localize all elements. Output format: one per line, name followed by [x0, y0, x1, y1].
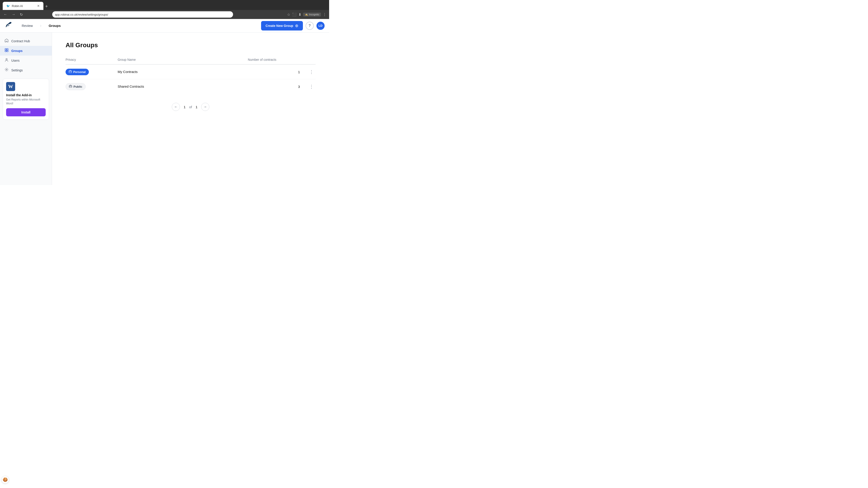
row-2-count: 3 [248, 79, 300, 94]
svg-rect-0 [5, 48, 6, 50]
install-card-title: Install the Add-in [6, 93, 46, 97]
privacy-badge-personal: Personal [66, 69, 89, 75]
new-tab-button[interactable]: + [43, 3, 50, 10]
svg-point-4 [6, 59, 7, 60]
row-2-actions[interactable]: ⋮ [300, 79, 315, 94]
back-button[interactable]: ← [3, 11, 8, 18]
header-privacy: Privacy [66, 56, 118, 64]
row-1-actions[interactable]: ⋮ [300, 64, 315, 79]
public-label: Public [73, 85, 82, 88]
install-button[interactable]: Install [6, 108, 46, 116]
forward-button[interactable]: → [11, 11, 16, 18]
sidebar-item-contract-hub[interactable]: Contract Hub [0, 36, 52, 46]
url-text: app.robinai.co.uk/review/settings/groups… [55, 13, 108, 16]
install-card: W Install the Add-in Get Reports within … [3, 78, 49, 120]
sidebar-label-groups: Groups [11, 49, 23, 53]
incognito-label: Incognito [309, 13, 319, 16]
groups-icon [4, 48, 8, 53]
top-nav: Review › Groups Create New Group ⊕ ? LD [0, 19, 329, 33]
help-icon: ? [309, 24, 311, 28]
url-bar[interactable]: app.robinai.co.uk/review/settings/groups… [52, 11, 233, 18]
address-bar: ← → ↻ app.robinai.co.uk/review/settings/… [0, 10, 329, 19]
download-icon[interactable]: ⬇ [298, 12, 301, 17]
help-button[interactable]: ? [306, 22, 314, 30]
install-card-description: Get Reports within Microsoft Word! [6, 98, 46, 105]
row-1-more-button[interactable]: ⋮ [307, 68, 315, 75]
tab-favicon: 🐦 [6, 4, 10, 8]
public-icon [69, 85, 72, 89]
svg-rect-3 [7, 51, 8, 52]
browser-chrome: 🐦 Robin AI ✕ + [0, 0, 329, 10]
svg-rect-1 [7, 48, 8, 50]
tab-label: Robin AI [12, 4, 23, 8]
groups-table: Privacy Group Name Number of contracts [66, 56, 315, 94]
refresh-button[interactable]: ↻ [19, 11, 24, 18]
logo [4, 21, 13, 31]
row-2-name: Shared Contracts [118, 79, 248, 94]
menu-icon[interactable]: ⋮ [323, 12, 327, 17]
contract-hub-icon [4, 38, 8, 43]
create-btn-label: Create New Group [266, 24, 293, 28]
current-page: 1 [184, 105, 185, 109]
extensions-icon[interactable]: ⬛ [292, 12, 297, 17]
word-icon: W [6, 82, 15, 91]
nav-review[interactable]: Review [19, 22, 35, 29]
svg-rect-7 [69, 86, 72, 88]
sidebar-item-settings[interactable]: Settings [0, 65, 52, 75]
incognito-badge: 🕵 Incognito [303, 13, 321, 17]
app: Review › Groups Create New Group ⊕ ? LD [0, 19, 329, 185]
create-btn-icon: ⊕ [295, 23, 298, 28]
table-row: Public Shared Contracts 3 ⋮ [66, 79, 315, 94]
logo-icon [4, 21, 13, 31]
browser-actions: ☆ ⬛ ⬇ 🕵 Incognito ⋮ [287, 12, 327, 17]
sidebar-item-groups[interactable]: Groups [0, 46, 52, 56]
sidebar-label-contract-hub: Contract Hub [11, 39, 30, 43]
privacy-badge-public: Public [66, 83, 86, 90]
svg-point-5 [6, 69, 7, 70]
total-pages: 1 [195, 105, 197, 109]
row-2-more-button[interactable]: ⋮ [307, 83, 315, 90]
table-header: Privacy Group Name Number of contracts [66, 56, 315, 64]
nav-right: Create New Group ⊕ ? LD [261, 21, 324, 31]
header-contracts: Number of contracts [248, 56, 300, 64]
header-actions [300, 56, 315, 64]
active-tab[interactable]: 🐦 Robin AI ✕ [3, 2, 43, 10]
header-group-name: Group Name [118, 56, 248, 64]
row-1-count: 1 [248, 64, 300, 79]
users-icon [4, 58, 8, 63]
sidebar: Contract Hub Groups [0, 33, 52, 185]
prev-page-button[interactable]: ← [172, 103, 180, 111]
settings-icon [4, 68, 8, 73]
row-1-privacy: Personal [66, 64, 118, 79]
nav-groups[interactable]: Groups [46, 22, 63, 29]
svg-rect-2 [5, 51, 6, 52]
browser-tabs: 🐦 Robin AI ✕ + [3, 0, 50, 10]
nav-separator: › [40, 23, 41, 28]
main-layout: Contract Hub Groups [0, 33, 329, 185]
incognito-icon: 🕵 [305, 13, 308, 16]
tab-close-button[interactable]: ✕ [37, 4, 40, 8]
sidebar-item-users[interactable]: Users [0, 56, 52, 65]
row-1-name: My Contracts [118, 64, 248, 79]
page-of-label: of [189, 105, 192, 109]
next-page-button[interactable]: → [201, 103, 209, 111]
pagination: ← 1 of 1 → [66, 103, 315, 111]
bookmark-icon[interactable]: ☆ [287, 12, 290, 17]
table-row: Personal My Contracts 1 ⋮ [66, 64, 315, 79]
main-content: All Groups Privacy Group Name Number of … [52, 33, 329, 185]
avatar-label: LD [318, 24, 322, 27]
page-title: All Groups [66, 41, 315, 49]
sidebar-label-users: Users [11, 59, 20, 62]
avatar-button[interactable]: LD [316, 22, 324, 30]
svg-rect-6 [69, 71, 72, 73]
row-2-privacy: Public [66, 79, 118, 94]
create-new-group-button[interactable]: Create New Group ⊕ [261, 21, 303, 31]
personal-icon [69, 70, 72, 74]
sidebar-label-settings: Settings [11, 68, 23, 72]
table-body: Personal My Contracts 1 ⋮ [66, 64, 315, 94]
personal-label: Personal [73, 70, 86, 74]
